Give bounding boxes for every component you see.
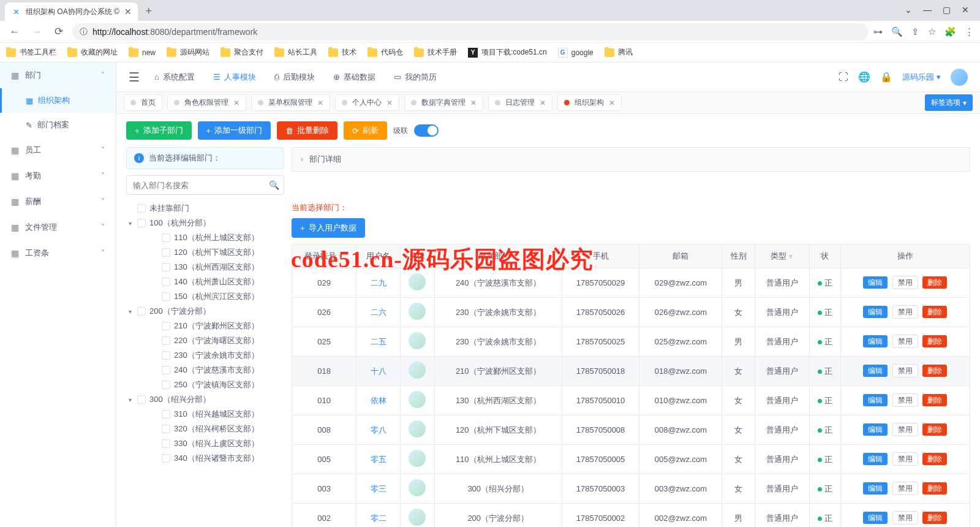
edit-button[interactable]: 编辑 <box>863 394 888 406</box>
user-link[interactable]: 十八 <box>371 366 386 376</box>
sub-tab[interactable]: 个人中心✕ <box>335 94 399 111</box>
bookmark-item[interactable]: new <box>129 48 156 57</box>
edit-button[interactable]: 编辑 <box>863 482 888 495</box>
table-row[interactable]: 002 零二 200（宁波分部） 17857050002 002@zwz.com… <box>292 504 970 528</box>
close-icon[interactable]: ✕ <box>540 99 546 107</box>
dept-search-input[interactable] <box>126 175 284 195</box>
ban-button[interactable]: 禁用 <box>892 423 918 436</box>
add-child-dept-button[interactable]: +添加子部门 <box>126 121 192 140</box>
tree-node[interactable]: 120（杭州下城区支部） <box>138 245 284 260</box>
checkbox[interactable] <box>162 336 170 345</box>
tree-toggle-icon[interactable]: ▾ <box>126 396 134 403</box>
sidebar-group-header[interactable]: ▦工资条˅ <box>0 240 116 266</box>
user-link[interactable]: 二六 <box>371 308 386 317</box>
table-header[interactable]: 手机 <box>562 245 639 268</box>
filter-icon[interactable]: ▼ <box>511 253 518 260</box>
tree-node[interactable]: 210（宁波鄞州区支部） <box>138 319 284 333</box>
cascade-switch[interactable] <box>414 124 439 137</box>
close-window-icon[interactable]: ✕ <box>962 5 969 15</box>
edit-button[interactable]: 编辑 <box>863 335 888 347</box>
checkbox[interactable] <box>162 278 170 286</box>
detail-collapse-header[interactable]: › 部门详细 <box>292 147 970 172</box>
ban-button[interactable]: 禁用 <box>892 364 918 377</box>
close-icon[interactable]: ✕ <box>470 99 477 107</box>
checkbox[interactable] <box>162 454 170 463</box>
topnav-item[interactable]: ▭我的简历 <box>394 72 437 83</box>
user-link[interactable]: 二五 <box>371 337 386 346</box>
topnav-item[interactable]: ⌂系统配置 <box>154 72 195 83</box>
checkbox[interactable] <box>162 248 170 257</box>
ban-button[interactable]: 禁用 <box>892 452 918 466</box>
menu-icon[interactable]: ⋮ <box>965 26 974 37</box>
bookmark-item[interactable]: 聚合支付 <box>221 47 263 58</box>
bookmark-item[interactable]: 站长工具 <box>274 47 317 58</box>
tree-node[interactable]: 150（杭州滨江区支部） <box>138 289 284 304</box>
user-link[interactable]: 依林 <box>371 396 386 405</box>
table-row[interactable]: 029 二九 240（宁波慈溪市支部） 17857050029 029@zwz.… <box>292 268 970 298</box>
sidebar-group-header[interactable]: ▦考勤˅ <box>0 163 116 189</box>
topnav-item[interactable]: ☰人事模块 <box>213 72 256 83</box>
table-header[interactable]: 所属部门▼ <box>434 245 562 268</box>
checkbox[interactable] <box>162 425 170 433</box>
sub-tab[interactable]: 日志管理✕ <box>488 94 552 111</box>
tree-node[interactable]: 250（宁波镇海区支部） <box>138 377 284 392</box>
checkbox[interactable] <box>162 439 170 448</box>
ban-button[interactable]: 禁用 <box>892 393 918 407</box>
tree-node[interactable]: 240（宁波慈溪市支部） <box>138 363 284 377</box>
tree-node[interactable]: 320（绍兴柯桥区支部） <box>138 422 284 436</box>
chevron-down-icon[interactable]: ⌄ <box>905 5 912 15</box>
checkbox[interactable] <box>162 351 170 360</box>
topnav-item[interactable]: ⊕基础数据 <box>333 72 375 83</box>
edit-button[interactable]: 编辑 <box>863 276 888 289</box>
table-header[interactable]: 登录账号▼ <box>292 245 356 268</box>
puzzle-icon[interactable]: 🧩 <box>944 26 956 37</box>
filter-icon[interactable]: ▼ <box>788 253 794 260</box>
checkbox[interactable] <box>162 366 170 374</box>
delete-button[interactable]: 删除 <box>922 306 947 318</box>
table-row[interactable]: 025 二五 230（宁波余姚市支部） 17857050025 025@zwz.… <box>292 327 970 357</box>
bookmark-item[interactable]: Ggoogle <box>558 48 594 58</box>
delete-button[interactable]: 删除 <box>922 276 947 289</box>
sub-tab[interactable]: 数据字典管理✕ <box>404 94 483 111</box>
checkbox[interactable] <box>162 381 170 389</box>
maximize-icon[interactable]: ▢ <box>943 5 951 15</box>
table-header[interactable]: 用户名 <box>356 245 400 268</box>
user-link[interactable]: 零五 <box>371 455 386 464</box>
tree-toggle-icon[interactable]: ▾ <box>126 220 134 227</box>
edit-button[interactable]: 编辑 <box>863 306 888 318</box>
bookmark-item[interactable]: Y项目下载:code51.cn <box>468 47 547 58</box>
avatar[interactable] <box>951 69 968 86</box>
bookmark-item[interactable]: 收藏的网址 <box>67 47 118 58</box>
delete-button[interactable]: 删除 <box>922 423 947 436</box>
tree-node[interactable]: 230（宁波余姚市支部） <box>138 348 284 363</box>
table-header[interactable]: 头像 <box>400 245 434 268</box>
table-row[interactable]: 026 二六 230（宁波余姚市支部） 17857050026 026@zwz.… <box>292 298 970 327</box>
hamburger-icon[interactable]: ☰ <box>129 70 140 85</box>
delete-button[interactable]: 删除 <box>922 365 947 377</box>
tree-node[interactable]: 未挂靠部门 <box>126 201 284 216</box>
user-link[interactable]: 零八 <box>371 425 386 434</box>
edit-button[interactable]: 编辑 <box>863 453 888 465</box>
bookmark-item[interactable]: 技术 <box>328 47 356 58</box>
sidebar-group-header[interactable]: ▦薪酬˅ <box>0 189 116 214</box>
user-link[interactable]: 零三 <box>371 484 386 493</box>
tree-node[interactable]: 330（绍兴上虞区支部） <box>138 436 284 451</box>
user-dropdown[interactable]: 源码乐园 ▾ <box>902 72 941 83</box>
tree-node[interactable]: 130（杭州西湖区支部） <box>138 260 284 275</box>
delete-button[interactable]: 删除 <box>922 453 947 465</box>
search-icon[interactable]: 🔍 <box>891 26 903 37</box>
sidebar-group-header[interactable]: ▦部门˄ <box>0 63 116 88</box>
ban-button[interactable]: 禁用 <box>892 276 918 289</box>
tree-node[interactable]: 110（杭州上城区支部） <box>138 230 284 245</box>
back-button[interactable]: ← <box>6 23 23 40</box>
edit-button[interactable]: 编辑 <box>863 423 888 436</box>
delete-button[interactable]: 删除 <box>922 394 947 406</box>
checkbox[interactable] <box>162 233 170 242</box>
table-row[interactable]: 003 零三 300（绍兴分部） 17857050003 003@zwz.com… <box>292 474 970 504</box>
edit-button[interactable]: 编辑 <box>863 512 888 524</box>
checkbox[interactable] <box>137 307 146 316</box>
table-header[interactable]: 类型▼ <box>755 245 809 268</box>
table-header[interactable]: 性别 <box>722 245 755 268</box>
delete-button[interactable]: 删除 <box>922 482 947 495</box>
url-input[interactable]: ⓘ http://localhost:8080/department/frame… <box>72 23 869 40</box>
